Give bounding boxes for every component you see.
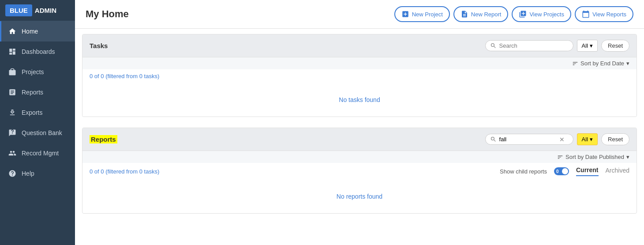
sidebar-item-record-mgmt-label: Record Mgmt xyxy=(22,150,59,157)
new-report-label: New Report xyxy=(471,11,502,18)
tasks-sort-label[interactable]: Sort by End Date xyxy=(580,60,624,67)
reports-filter-row: Sort by Date Published ▾ xyxy=(82,151,637,163)
view-reports-icon xyxy=(582,10,590,18)
record-mgmt-icon xyxy=(8,149,16,157)
tasks-count-link[interactable]: 0 of 0 (filtered from 0 tasks) xyxy=(90,73,159,79)
reports-sort-icon xyxy=(557,154,563,160)
sidebar-item-dashboards[interactable]: Dashboards xyxy=(0,41,75,62)
projects-icon xyxy=(8,68,16,76)
reports-tabs-controls: Show child reports 0 Current Archived xyxy=(500,166,629,176)
tab-archived[interactable]: Archived xyxy=(606,167,629,176)
reports-empty-state: No reports found xyxy=(82,180,637,213)
view-projects-button[interactable]: View Projects xyxy=(512,6,571,22)
reports-filter-label: All xyxy=(582,136,588,143)
top-header: My Home New Project New Report View Proj… xyxy=(75,0,644,29)
reports-section-body: 0 of 0 (filtered from 0 tasks) Show chil… xyxy=(82,163,637,213)
reports-filter-dropdown[interactable]: All ▾ xyxy=(577,133,598,145)
tasks-empty-text: No tasks found xyxy=(339,96,380,103)
reports-search-bar[interactable]: ✕ xyxy=(485,134,573,145)
reports-sort-chevron-icon[interactable]: ▾ xyxy=(626,154,629,160)
reports-title-highlighted: Reports xyxy=(90,135,117,143)
sidebar-item-question-bank[interactable]: Question Bank xyxy=(0,123,75,143)
sidebar-item-help[interactable]: Help xyxy=(0,163,75,184)
reports-icon xyxy=(8,88,16,96)
sidebar: BLUE ADMIN Home Dashboards Projects xyxy=(0,0,75,245)
tab-current[interactable]: Current xyxy=(576,166,599,176)
tasks-search-input[interactable] xyxy=(499,42,557,49)
exports-icon xyxy=(8,109,16,117)
tasks-search-bar[interactable] xyxy=(485,40,573,51)
reports-count-text: 0 of 0 (filtered from 0 tasks) xyxy=(90,168,159,175)
tasks-filter-row: Sort by End Date ▾ xyxy=(82,57,637,69)
sidebar-item-dashboards-label: Dashboards xyxy=(22,48,55,55)
view-reports-button[interactable]: View Reports xyxy=(575,6,633,22)
tasks-section: Tasks All ▾ Reset Sort by End Date ▾ 0 o… xyxy=(82,34,637,117)
toggle-knob xyxy=(562,168,568,174)
logo-blue: BLUE xyxy=(5,4,32,16)
reports-count-link[interactable]: 0 of 0 (filtered from 0 tasks) xyxy=(90,168,159,175)
reports-search-icon xyxy=(490,136,497,143)
logo-admin: ADMIN xyxy=(35,7,56,14)
tasks-filter-label: All xyxy=(582,42,588,49)
sidebar-item-home[interactable]: Home xyxy=(0,21,75,41)
tasks-search-icon xyxy=(490,42,497,49)
new-project-button[interactable]: New Project xyxy=(394,6,450,22)
dashboards-icon xyxy=(8,48,16,56)
sidebar-item-home-label: Home xyxy=(22,28,38,35)
sidebar-item-exports-label: Exports xyxy=(22,109,42,116)
reports-section-title: Reports xyxy=(90,136,482,143)
toggle-count: 0 xyxy=(556,169,559,174)
tasks-section-body: 0 of 0 (filtered from 0 tasks) No tasks … xyxy=(82,69,637,117)
sidebar-item-projects-label: Projects xyxy=(22,68,44,75)
reports-search-clear-button[interactable]: ✕ xyxy=(559,136,565,143)
tasks-empty-state: No tasks found xyxy=(82,83,637,117)
sidebar-item-help-label: Help xyxy=(22,170,34,177)
reports-section-header: Reports ✕ All ▾ Reset xyxy=(82,128,637,151)
help-icon xyxy=(8,170,16,177)
tasks-info-row: 0 of 0 (filtered from 0 tasks) xyxy=(82,69,637,83)
reports-section: Reports ✕ All ▾ Reset Sort by Date Publi… xyxy=(82,128,637,214)
reports-search-input[interactable] xyxy=(499,136,557,143)
sidebar-item-record-mgmt[interactable]: Record Mgmt xyxy=(0,143,75,163)
show-child-reports-toggle[interactable]: 0 xyxy=(554,167,569,175)
tasks-count-text: 0 of 0 (filtered from 0 tasks) xyxy=(90,73,159,79)
new-report-button[interactable]: New Report xyxy=(453,6,509,22)
sidebar-item-reports[interactable]: Reports xyxy=(0,82,75,102)
reports-empty-text: No reports found xyxy=(337,193,382,200)
tasks-sort-icon xyxy=(572,60,578,67)
question-bank-icon xyxy=(8,129,16,137)
sidebar-nav: Home Dashboards Projects Reports Exports xyxy=(0,21,75,245)
view-projects-icon xyxy=(519,10,527,18)
reports-filter-chevron-icon: ▾ xyxy=(590,136,593,143)
sidebar-item-projects[interactable]: Projects xyxy=(0,62,75,82)
home-icon xyxy=(8,27,16,35)
tasks-filter-chevron-icon: ▾ xyxy=(590,42,593,49)
new-report-icon xyxy=(461,10,468,18)
sidebar-item-exports[interactable]: Exports xyxy=(0,102,75,123)
view-reports-label: View Reports xyxy=(592,11,626,18)
reports-info-row: 0 of 0 (filtered from 0 tasks) Show chil… xyxy=(82,163,637,180)
tasks-section-header: Tasks All ▾ Reset xyxy=(82,34,637,57)
sidebar-logo: BLUE ADMIN xyxy=(0,0,75,21)
tasks-sort-chevron-icon[interactable]: ▾ xyxy=(626,60,629,67)
new-project-label: New Project xyxy=(412,11,443,18)
tasks-filter-dropdown[interactable]: All ▾ xyxy=(577,40,598,52)
tasks-reset-button[interactable]: Reset xyxy=(601,40,629,52)
tasks-section-title: Tasks xyxy=(90,42,482,49)
view-projects-label: View Projects xyxy=(529,11,564,18)
page-title: My Home xyxy=(86,8,391,20)
sidebar-item-reports-label: Reports xyxy=(22,89,43,96)
show-child-reports-label: Show child reports xyxy=(500,168,547,175)
reports-sort-label[interactable]: Sort by Date Published xyxy=(565,154,624,160)
new-project-icon xyxy=(401,10,409,18)
main-content: My Home New Project New Report View Proj… xyxy=(75,0,644,245)
reports-reset-button[interactable]: Reset xyxy=(601,133,629,145)
sidebar-item-question-bank-label: Question Bank xyxy=(22,129,62,136)
